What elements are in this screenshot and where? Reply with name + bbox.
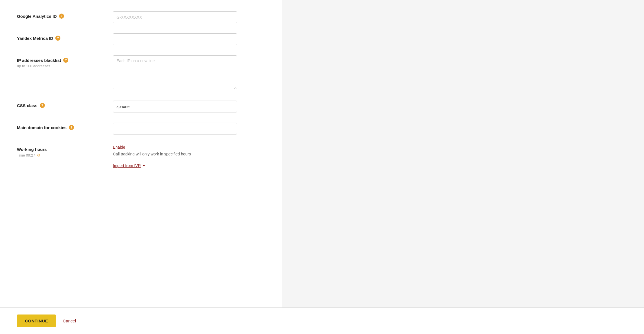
google-analytics-input-col [113, 11, 237, 23]
main-domain-input-col [113, 123, 237, 135]
working-hours-time: Time 09:27 [17, 153, 35, 157]
ip-blacklist-label-text: IP addresses blacklist [17, 58, 61, 63]
working-hours-description: Call tracking will only work in specifie… [113, 152, 237, 156]
google-analytics-label-col: Google Analytics ID ? [17, 11, 113, 19]
cancel-link[interactable]: Cancel [63, 318, 76, 323]
yandex-metrica-label: Yandex Metrica ID ? [17, 36, 113, 41]
main-domain-label-text: Main domain for cookies [17, 125, 67, 130]
css-class-input-col [113, 101, 237, 112]
ip-blacklist-sublabel: up to 100 addresses [17, 64, 113, 68]
working-hours-label-text: Working hours [17, 147, 47, 152]
yandex-metrica-input-col [113, 33, 237, 45]
ip-blacklist-help-icon[interactable]: ? [63, 58, 68, 63]
yandex-metrica-help-icon[interactable]: ? [55, 36, 60, 41]
main-domain-label-col: Main domain for cookies ? [17, 123, 113, 130]
yandex-metrica-label-col: Yandex Metrica ID ? [17, 33, 113, 41]
css-class-label-col: CSS class ? [17, 101, 113, 108]
continue-button[interactable]: CONTINUE [17, 315, 56, 327]
yandex-metrica-input[interactable] [113, 33, 237, 45]
css-class-input[interactable] [113, 101, 237, 112]
ip-blacklist-label-col: IP addresses blacklist ? up to 100 addre… [17, 55, 113, 68]
ip-blacklist-label: IP addresses blacklist ? [17, 58, 113, 63]
css-class-row: CSS class ? [17, 101, 265, 112]
google-analytics-label-text: Google Analytics ID [17, 14, 57, 19]
import-from-ivr-link[interactable]: Import from IVR [113, 163, 145, 168]
working-hours-content: Enable Call tracking will only work in s… [113, 145, 237, 168]
main-domain-row: Main domain for cookies ? [17, 123, 265, 135]
ip-blacklist-input-col [113, 55, 237, 90]
css-class-help-icon[interactable]: ? [40, 103, 45, 108]
css-class-label-text: CSS class [17, 103, 38, 108]
working-hours-label: Working hours [17, 147, 113, 152]
working-hours-label-col: Working hours Time 09:27 ⚙ [17, 145, 113, 157]
footer-bar: CONTINUE Cancel [0, 307, 644, 334]
main-domain-label: Main domain for cookies ? [17, 125, 113, 130]
ip-blacklist-textarea[interactable] [113, 55, 237, 89]
working-hours-info: Time 09:27 ⚙ [17, 153, 113, 157]
working-hours-row: Working hours Time 09:27 ⚙ Enable Call t… [17, 145, 265, 168]
yandex-metrica-row: Yandex Metrica ID ? [17, 33, 265, 45]
yandex-metrica-label-text: Yandex Metrica ID [17, 36, 53, 41]
ip-blacklist-row: IP addresses blacklist ? up to 100 addre… [17, 55, 265, 90]
gear-icon[interactable]: ⚙ [37, 153, 41, 157]
css-class-label: CSS class ? [17, 103, 113, 108]
import-link-text: Import from IVR [113, 163, 141, 168]
google-analytics-row: Google Analytics ID ? [17, 11, 265, 23]
enable-link[interactable]: Enable [113, 145, 125, 149]
chevron-down-icon [143, 165, 145, 166]
main-domain-help-icon[interactable]: ? [69, 125, 74, 130]
main-domain-input[interactable] [113, 123, 237, 135]
google-analytics-input[interactable] [113, 11, 237, 23]
google-analytics-help-icon[interactable]: ? [59, 14, 64, 19]
google-analytics-label: Google Analytics ID ? [17, 14, 113, 19]
